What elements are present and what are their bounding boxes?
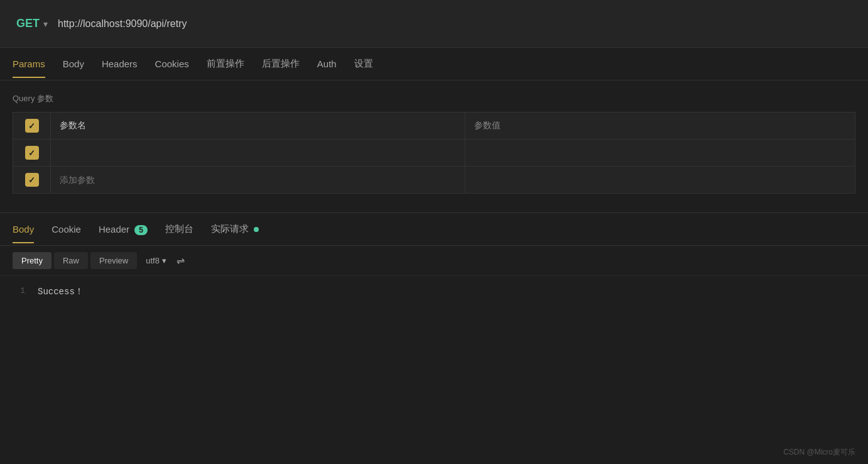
tab-pre-action[interactable]: 前置操作 [207, 49, 244, 79]
code-line-1: Success！ [38, 286, 84, 297]
param-value-empty-2[interactable] [465, 167, 855, 194]
method-label: GET [16, 17, 40, 30]
tab-headers[interactable]: Headers [102, 50, 138, 78]
table-row: ✓ [13, 167, 855, 194]
method-button[interactable]: GET ▾ [13, 14, 52, 33]
request-tabs: Params Body Headers Cookies 前置操作 后置操作 Au… [0, 48, 868, 80]
tab-body[interactable]: Body [63, 50, 84, 78]
checkbox-cell-2[interactable]: ✓ [13, 167, 51, 194]
footer-text: CSDN @Micro麦可乐 [783, 448, 855, 456]
param-name-field-1[interactable] [60, 148, 456, 158]
encoding-value: utf8 [146, 256, 160, 265]
line-number-1: 1 [13, 286, 25, 296]
dot-indicator [254, 227, 259, 232]
query-params-title: Query 参数 [13, 93, 855, 104]
format-bar: Pretty Raw Preview utf8 ▾ ⇌ [0, 246, 868, 276]
checkbox-header-cell: ✓ [13, 113, 51, 140]
wrap-button[interactable]: ⇌ [173, 252, 188, 269]
param-value-field-1[interactable] [474, 148, 846, 158]
param-value-input-1[interactable] [465, 140, 855, 167]
checkbox-icon: ✓ [25, 119, 39, 133]
tab-cookies[interactable]: Cookies [155, 50, 189, 78]
url-input[interactable] [58, 18, 855, 30]
params-section: Query 参数 ✓ 参数名 参数值 ✓ [0, 80, 868, 200]
tab-auth[interactable]: Auth [317, 50, 337, 78]
response-tab-header[interactable]: Header 5 [99, 215, 148, 243]
tab-settings[interactable]: 设置 [354, 49, 373, 79]
response-section: Body Cookie Header 5 控制台 实际请求 Pretty Raw… [0, 213, 868, 307]
chevron-down-icon: ▾ [43, 19, 48, 29]
encoding-chevron-icon: ▾ [162, 256, 166, 265]
param-name-input-1[interactable] [51, 140, 465, 167]
checkbox-checked-icon: ✓ [25, 146, 39, 160]
raw-button[interactable]: Raw [54, 252, 88, 269]
param-value-header: 参数值 [465, 113, 855, 140]
line-numbers: 1 [13, 286, 25, 296]
code-content: Success！ [38, 286, 84, 297]
preview-button[interactable]: Preview [90, 252, 137, 269]
tab-params[interactable]: Params [13, 50, 45, 78]
table-row: ✓ [13, 140, 855, 167]
tab-post-action[interactable]: 后置操作 [262, 49, 300, 79]
param-add-input[interactable] [60, 175, 456, 185]
table-header-row: ✓ 参数名 参数值 [13, 113, 855, 140]
param-name-header: 参数名 [51, 113, 465, 140]
pretty-button[interactable]: Pretty [13, 252, 52, 269]
response-tabs: Body Cookie Header 5 控制台 实际请求 [0, 213, 868, 246]
param-add-placeholder[interactable] [51, 167, 465, 194]
response-tab-actual-request[interactable]: 实际请求 [211, 214, 259, 244]
response-tab-cookie[interactable]: Cookie [52, 215, 81, 243]
response-tab-body[interactable]: Body [13, 215, 34, 243]
param-value-field-2[interactable] [474, 175, 846, 185]
checkbox-checked-icon-2: ✓ [25, 173, 39, 187]
header-count-badge: 5 [134, 225, 148, 235]
checkbox-cell-1[interactable]: ✓ [13, 140, 51, 167]
response-tab-console[interactable]: 控制台 [165, 214, 193, 244]
url-bar: GET ▾ [0, 0, 868, 48]
footer: CSDN @Micro麦可乐 [783, 447, 855, 458]
code-output-area: 1 Success！ [0, 276, 868, 307]
params-table: ✓ 参数名 参数值 ✓ ✓ [13, 112, 855, 194]
encoding-selector[interactable]: utf8 ▾ [146, 256, 166, 265]
